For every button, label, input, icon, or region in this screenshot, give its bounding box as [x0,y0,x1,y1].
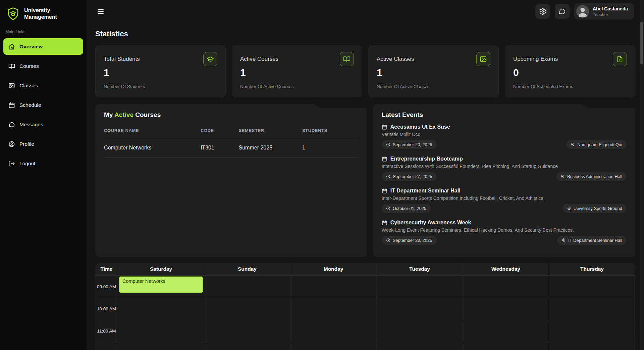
weekly-schedule: Time Saturday Sunday Monday Tuesday Wedn… [95,263,635,350]
page-scrollbar[interactable] [640,0,644,350]
time-label: 10:00 AM [95,298,118,320]
app-root: University Management Main Links Overvie… [0,0,644,350]
clock-icon [386,238,390,243]
event-date-badge: September 20, 2025 [382,140,437,149]
list-item: Entrepreneurship Bootcamp Interactive Se… [382,156,627,181]
event-description: Veritatis Mollit Occ [382,132,627,137]
events-panel-title: Latest Events [382,111,627,119]
schedule-cell [290,320,377,342]
stat-card-upcoming-exams: Upcoming Exams 0 Number Of Scheduled Exa… [505,45,635,97]
schedule-event-computer-networks[interactable]: Computer Networks [119,276,203,293]
user-menu[interactable]: Abel Castaneda Teacher [574,3,634,19]
schedule-cell [290,298,377,320]
user-name: Abel Castaneda [593,6,628,11]
schedule-header-time: Time [95,263,118,276]
table-row: Computer Networks IT301 Summer 2025 1 [104,138,358,158]
column-header-students: STUDENTS [302,123,358,138]
my-active-courses-panel: My Active Courses COURSE NAME CODE SEMES… [95,104,367,257]
event-date-badge: October 01, 2025 [382,204,431,213]
scrollbar-thumb[interactable] [640,21,643,64]
settings-icon [539,8,546,15]
sidebar-item-label: Courses [19,63,39,69]
app-logo: University Management [0,5,87,27]
time-label: 09:00 AM [95,276,118,298]
event-description: Inter-Department Sports Competition Incl… [382,195,627,201]
sidebar-item-profile[interactable]: Profile [3,136,83,152]
sidebar-item-label: Overview [19,44,43,50]
sidebar-item-courses[interactable]: Courses [3,58,83,74]
schedule-cell: Computer Networks [118,276,204,298]
schedule-cell [118,342,204,350]
schedule-cell [204,298,290,320]
schedule-cell [204,320,290,342]
app-title: University Management [24,7,58,20]
event-date-badge: September 27, 2025 [382,172,437,181]
sidebar-item-label: Messages [19,122,43,128]
graduation-cap-icon [203,52,217,66]
calendar-icon [382,156,387,162]
event-description: Interactive Sessions With Successful Fou… [382,164,627,169]
clock-icon [386,142,390,147]
stat-card-active-classes: Active Classes 1 Number Of Active Classe… [368,45,499,97]
sidebar-item-label: Logout [19,161,35,167]
schedule-cell [377,320,463,342]
stat-card-active-courses: Active Courses 1 Number Of Active Course… [232,45,362,97]
event-location-badge: Business Administration Hall [556,172,627,181]
courses-panel-title: My Active Courses [104,111,358,119]
university-shield-icon [6,7,20,21]
messages-button[interactable] [555,4,570,19]
event-location-badge: Numquam Eligendi Qui [566,140,627,149]
logout-icon [8,160,15,167]
cell-course-name: Computer Networks [104,138,201,158]
topbar-actions: Abel Castaneda Teacher [535,3,634,19]
stat-title: Total Students [104,56,140,62]
sidebar-item-schedule[interactable]: Schedule [3,97,83,113]
calendar-icon [8,102,15,108]
sidebar-item-messages[interactable]: Messages [3,116,83,133]
menu-toggle-button[interactable] [95,6,106,17]
column-header-code: CODE [201,123,239,138]
stat-title: Upcoming Exams [513,56,558,62]
schedule-cell [290,276,377,298]
page-title: Statistics [95,30,635,38]
calendar-icon [382,220,387,226]
stat-title: Active Courses [240,56,278,62]
calendar-icon [382,124,387,130]
home-icon [8,43,15,50]
map-pin-icon [561,238,566,243]
map-pin-icon [571,142,575,147]
hamburger-icon [97,7,105,15]
stat-subtitle: Number Of Students [104,84,217,89]
schedule-cell [377,298,463,320]
image-icon [476,52,490,66]
schedule-cell [549,320,635,342]
event-date-badge: September 23, 2025 [382,236,437,245]
schedule-header-saturday: Saturday [118,263,204,276]
schedule-cell [463,342,549,350]
event-title: Entrepreneurship Bootcamp [390,156,463,162]
chat-icon [558,8,566,15]
main-area: Abel Castaneda Teacher Statistics Total … [87,0,644,350]
sidebar-section-label: Main Links [0,27,87,38]
sidebar-item-classes[interactable]: Classes [3,77,83,94]
latest-events-panel: Latest Events Accusamus Ut Ex Susc Verit… [373,104,635,257]
schedule-header-sunday: Sunday [204,263,290,276]
settings-button[interactable] [535,4,550,19]
user-role: Teacher [593,12,628,17]
avatar [576,5,589,18]
event-title: Accusamus Ut Ex Susc [390,124,450,130]
sidebar-item-label: Classes [19,83,38,89]
clock-icon [386,174,390,179]
schedule-cell [463,298,549,320]
schedule-cell [118,320,204,342]
sidebar-item-overview[interactable]: Overview [3,38,83,55]
topbar: Abel Castaneda Teacher [87,0,644,23]
stat-subtitle: Number Of Scheduled Exams [513,84,627,89]
cell-semester: Summer 2025 [239,138,302,158]
schedule-header-monday: Monday [290,263,377,276]
events-list: Accusamus Ut Ex Susc Veritatis Mollit Oc… [382,124,627,245]
stat-value: 1 [240,67,354,78]
column-header-course-name: COURSE NAME [104,123,201,138]
sidebar-item-logout[interactable]: Logout [3,155,83,172]
stats-grid: Total Students 1 Number Of Students Acti… [95,45,635,97]
